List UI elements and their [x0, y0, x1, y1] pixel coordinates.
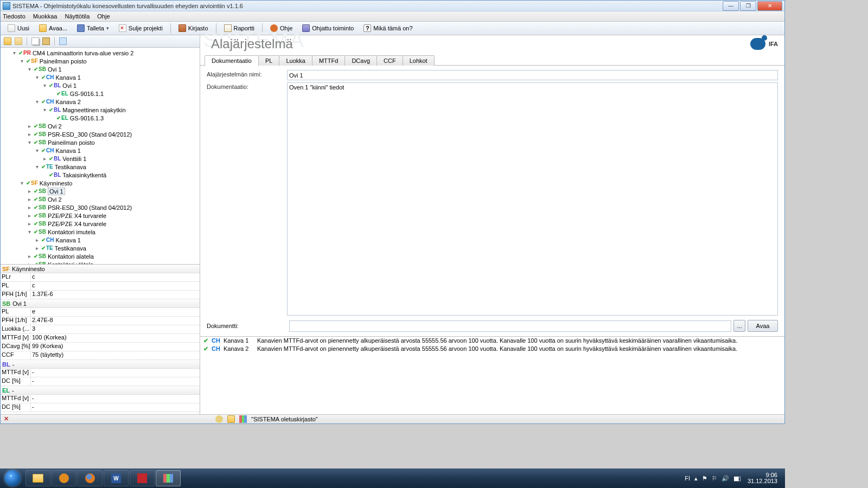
document-path-input[interactable]: [289, 320, 731, 332]
expand-icon[interactable]: ▾: [27, 139, 33, 145]
expand-icon[interactable]: ▾: [42, 107, 48, 113]
new-button[interactable]: Uusi: [4, 23, 33, 34]
tree-node-bl[interactable]: ✔BLTakaisinkytkentä: [1, 171, 200, 179]
tree-node-sb[interactable]: ▸✔SBPZE/PZE X4 turvarele: [1, 220, 200, 228]
expand-icon[interactable]: ▾: [19, 180, 25, 186]
expand-icon[interactable]: ▸: [27, 123, 33, 129]
taskbar[interactable]: W FI ▴ ⚑ ⚐ 🔊 ▮▮▯ 9:06 31.12.2013: [0, 468, 785, 488]
tree-node-sb[interactable]: ▸✔SBPSR-ESD_300 (Stand 04/2012): [1, 130, 200, 138]
project-tree[interactable]: ▾✔PRCM4 Laminaattorin turva-alue versio …: [1, 48, 200, 265]
tab-luokka[interactable]: Luokka: [279, 55, 312, 66]
tree-node-ch[interactable]: ▸✔CHKanava 1: [1, 236, 200, 244]
expand-icon[interactable]: ▾: [34, 99, 40, 105]
tree-node-bl[interactable]: ▾✔BLMagneettinen rajakytkin: [1, 106, 200, 114]
taskbar-pdf[interactable]: [130, 470, 155, 486]
tray-language[interactable]: FI: [685, 475, 690, 481]
tray-flag-icon[interactable]: ⚑: [702, 475, 707, 482]
taskbar-explorer[interactable]: [25, 470, 50, 486]
expand-icon[interactable]: ▸: [27, 131, 33, 137]
expand-icon[interactable]: ▾: [27, 229, 33, 235]
expand-icon[interactable]: ▸: [27, 204, 33, 210]
tree-node-te[interactable]: ▾✔TETestikanava: [1, 163, 200, 171]
maximize-button[interactable]: ❐: [740, 1, 756, 11]
tree-node-el[interactable]: ✔ELGS-9016.1.1: [1, 89, 200, 98]
system-tray[interactable]: FI ▴ ⚑ ⚐ 🔊 ▮▮▯ 9:06 31.12.2013: [680, 472, 785, 484]
tree-node-sb[interactable]: ▸✔SBPSR-ESD_300 (Stand 04/2012): [1, 203, 200, 211]
tab-pl[interactable]: PL: [258, 55, 279, 66]
expand-icon[interactable]: ▸: [27, 221, 33, 227]
taskbar-sistema[interactable]: [156, 470, 181, 486]
tree-node-sb[interactable]: ▸✔SBKontaktori alatela: [1, 252, 200, 260]
start-button[interactable]: [0, 468, 25, 488]
menu-view[interactable]: Näyttötila: [65, 13, 90, 20]
whats-this-button[interactable]: ?Mikä tämä on?: [360, 23, 416, 34]
tree-node-pr[interactable]: ▾✔PRCM4 Laminaattorin turva-alue versio …: [1, 49, 200, 57]
browse-button[interactable]: ...: [733, 320, 745, 332]
tree-node-sf[interactable]: ▾✔SFKäynninesto: [1, 179, 200, 187]
expand-icon[interactable]: ▾: [34, 74, 40, 80]
expand-icon[interactable]: ▾: [42, 82, 48, 88]
taskbar-firefox[interactable]: [78, 470, 103, 486]
wizard-button[interactable]: Ohjattu toiminto: [298, 23, 358, 34]
tree-node-ch[interactable]: ▾✔CHKanava 1: [1, 73, 200, 81]
expand-icon[interactable]: ▸: [34, 245, 40, 251]
expand-icon[interactable]: ▸: [34, 237, 40, 243]
taskbar-mediaplayer[interactable]: [52, 470, 76, 486]
minimize-button[interactable]: —: [723, 1, 739, 11]
expand-icon[interactable]: ▸: [27, 213, 33, 219]
folder-icon[interactable]: [15, 37, 22, 45]
tree-node-sf[interactable]: ▾✔SFPaineilman poisto: [1, 57, 200, 65]
tree-node-bl[interactable]: ▸✔BLVenttiili 1: [1, 155, 200, 163]
message-row[interactable]: ✔CHKanava 1Kanavien MTTFd-arvot on piene…: [200, 337, 784, 345]
tray-network-icon[interactable]: ▮▮▯: [733, 475, 740, 482]
tree-node-el[interactable]: ✔ELGS-9016.1.3: [1, 114, 200, 122]
open-document-button[interactable]: Avaa: [748, 320, 778, 332]
tab-mttfd[interactable]: MTTFd: [312, 55, 345, 66]
menu-edit[interactable]: Muokkaa: [33, 13, 58, 20]
expand-icon[interactable]: ▾: [34, 164, 40, 170]
tree-node-bl[interactable]: ▾✔BLOvi 1: [1, 81, 200, 89]
expand-icon[interactable]: ▸: [27, 196, 33, 202]
titlebar[interactable]: SISTEMA - Ohjelmistotyökalu konesovellus…: [1, 1, 784, 11]
subsystem-name-input[interactable]: [287, 70, 778, 80]
tree-node-sb[interactable]: ▸✔SBKontaktori ylätela: [1, 260, 200, 265]
tray-volume-icon[interactable]: 🔊: [722, 475, 729, 482]
copy-icon[interactable]: [31, 37, 39, 45]
tree-node-ch[interactable]: ▾✔CHKanava 1: [1, 146, 200, 155]
save-button[interactable]: Talleta: [73, 23, 113, 34]
taskbar-word[interactable]: W: [104, 470, 129, 486]
tab-lohkot[interactable]: Lohkot: [403, 55, 435, 66]
documentation-textarea[interactable]: [287, 82, 778, 316]
tab-dcavg[interactable]: DCavg: [344, 55, 377, 66]
tray-chevron-icon[interactable]: ▴: [694, 475, 698, 482]
message-row[interactable]: ✔CHKanava 2Kanavien MTTFd-arvot on piene…: [200, 345, 784, 353]
tray-clock[interactable]: 9:06 31.12.2013: [744, 472, 781, 484]
status-x-icon[interactable]: ✕: [4, 415, 11, 423]
tray-action-center-icon[interactable]: ⚐: [712, 475, 717, 482]
close-project-button[interactable]: ×Sulje projekti: [115, 23, 167, 34]
folder-icon[interactable]: [4, 37, 11, 45]
expand-icon[interactable]: ▾: [11, 50, 17, 56]
tree-node-sb[interactable]: ▸✔SBOvi 2: [1, 122, 200, 130]
close-button[interactable]: ✕: [757, 1, 782, 11]
tree-node-sb[interactable]: ▾✔SBOvi 1: [1, 65, 200, 73]
expand-icon[interactable]: ▾: [19, 58, 25, 64]
tab-ccf[interactable]: CCF: [376, 55, 403, 66]
tree-node-te[interactable]: ▸✔TETestikanava: [1, 244, 200, 252]
tree-node-sb[interactable]: ▾✔SBPaineilman poisto: [1, 138, 200, 146]
tree-node-sb[interactable]: ▸✔SBPZE/PZE X4 turvarele: [1, 211, 200, 220]
tab-dokumentaatio[interactable]: Dokumentaatio: [205, 55, 259, 66]
expand-icon[interactable]: ▸: [27, 253, 33, 259]
expand-icon[interactable]: ▸: [42, 156, 48, 162]
open-button[interactable]: Avaa...: [35, 23, 71, 34]
page-icon[interactable]: [59, 37, 67, 45]
expand-icon[interactable]: ▾: [27, 66, 33, 72]
tree-node-sb[interactable]: ▾✔SBKontaktori imutela: [1, 228, 200, 236]
tree-node-sb[interactable]: ▸✔SBOvi 1: [1, 187, 200, 195]
expand-icon[interactable]: ▾: [34, 147, 40, 153]
expand-icon[interactable]: ▸: [27, 188, 33, 194]
paste-icon[interactable]: [42, 37, 50, 45]
expand-icon[interactable]: ▸: [27, 261, 33, 265]
menu-file[interactable]: Tiedosto: [3, 13, 25, 20]
menu-help[interactable]: Ohje: [97, 13, 110, 20]
